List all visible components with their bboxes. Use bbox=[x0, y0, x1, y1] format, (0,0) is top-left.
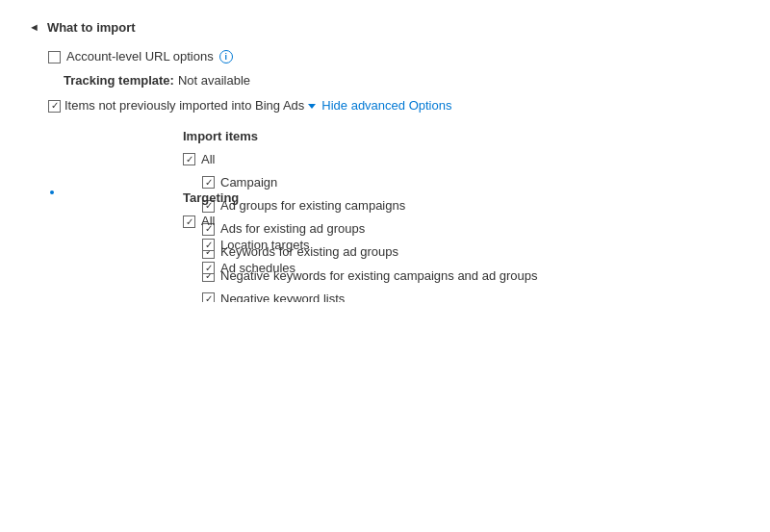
tracking-template-label: Tracking template: bbox=[64, 73, 174, 88]
targeting-all-label: All bbox=[201, 213, 215, 230]
targeting-item-checkbox-1[interactable] bbox=[202, 262, 215, 274]
account-url-label: Account-level URL options bbox=[66, 48, 214, 65]
import-item-label-1: Ad groups for existing campaigns bbox=[220, 197, 405, 215]
import-item-row: Campaign bbox=[202, 174, 741, 191]
import-items-title: Import items bbox=[183, 129, 741, 143]
account-url-checkbox[interactable] bbox=[48, 51, 61, 63]
import-item-row: Negative keyword lists bbox=[202, 291, 741, 302]
hide-advanced-options-link[interactable]: Hide advanced Options bbox=[321, 97, 451, 114]
targeting-all-checkbox[interactable] bbox=[183, 215, 195, 228]
import-item-checkbox-5[interactable] bbox=[202, 292, 215, 302]
import-all-label: All bbox=[201, 151, 215, 168]
collapse-triangle-icon[interactable]: ◄ bbox=[29, 20, 39, 35]
import-item-label-0: Campaign bbox=[220, 174, 277, 191]
targeting-item-label-0: Location targets bbox=[220, 237, 310, 254]
import-all-checkbox[interactable] bbox=[183, 153, 195, 165]
tracking-template-value: Not available bbox=[178, 73, 250, 88]
targeting-item-label-1: Ad schedules bbox=[220, 260, 295, 277]
targeting-item-checkbox-0[interactable] bbox=[202, 239, 215, 251]
targeting-item-row: Location targets bbox=[202, 237, 741, 254]
import-item-checkbox-0[interactable] bbox=[202, 176, 215, 189]
import-item-label-5: Negative keyword lists bbox=[220, 291, 345, 302]
items-not-imported-checkbox[interactable] bbox=[48, 100, 61, 113]
indicator-dot bbox=[50, 190, 54, 194]
section-header: What to import bbox=[47, 19, 136, 37]
items-not-imported-label: Items not previously imported into Bing … bbox=[64, 97, 304, 114]
hide-options-chevron-icon[interactable] bbox=[308, 104, 316, 109]
account-url-info-icon[interactable]: i bbox=[219, 50, 233, 63]
import-item-label-2: Ads for existing ad groups bbox=[220, 220, 365, 238]
